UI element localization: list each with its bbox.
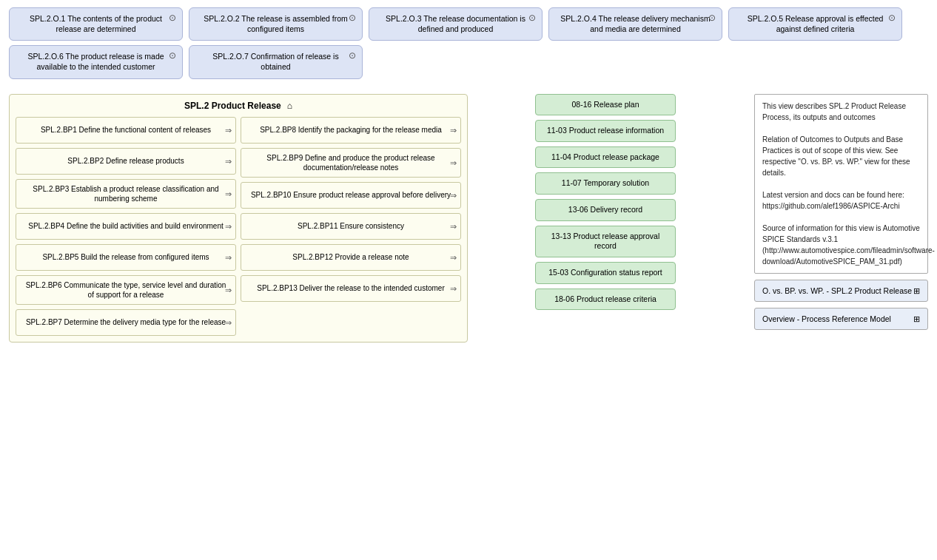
arrow-right-icon: ⇒ bbox=[450, 252, 457, 262]
bp-box-bp5: SPL.2.BP5 Build the release from configu… bbox=[16, 244, 236, 271]
arrow-right-icon: ⇒ bbox=[450, 157, 457, 167]
outcome-box-SPL.2.O.7: SPL.2.O.7 Confirmation of release is obt… bbox=[189, 45, 363, 78]
output-box-out6: 13-13 Product release approval record bbox=[535, 226, 676, 257]
bp-right-column: SPL.2.BP8 Identify the packaging for the… bbox=[241, 117, 461, 336]
top-outcomes-row1: SPL.2.O.1 The contents of the product re… bbox=[0, 0, 937, 45]
spl2-title-text: SPL.2 Product Release bbox=[184, 101, 281, 111]
bp-box-bp10: SPL.2.BP10 Ensure product release approv… bbox=[241, 182, 461, 209]
bp-text: SPL.2.BP3 Establish a product release cl… bbox=[22, 184, 229, 203]
outcome-box-SPL.2.O.4: SPL.2.O.4 The release delivery mechanism… bbox=[548, 7, 722, 41]
outcome-text: SPL.2.O.1 The contents of the product re… bbox=[30, 14, 162, 33]
bp-box-bp12: SPL.2.BP12 Provide a release note⇒ bbox=[241, 244, 461, 271]
bp-text: SPL.2.BP11 Ensure consistency bbox=[298, 221, 404, 231]
bp-box-bp8: SPL.2.BP8 Identify the packaging for the… bbox=[241, 117, 461, 144]
target-icon: ⊙ bbox=[169, 50, 176, 62]
target-icon: ⊙ bbox=[349, 13, 356, 24]
link-box-overview-prm[interactable]: Overview - Process Reference Model ⊞ bbox=[754, 308, 928, 330]
output-box-out5: 13-06 Delivery record bbox=[535, 199, 676, 221]
target-icon: ⊙ bbox=[528, 13, 536, 24]
bp-box-bp2: SPL.2.BP2 Define release products⇒ bbox=[16, 148, 236, 175]
outcome-box-SPL.2.O.1: SPL.2.O.1 The contents of the product re… bbox=[9, 7, 183, 41]
connector-svg bbox=[474, 94, 529, 343]
grid-icon-1: ⊞ bbox=[913, 286, 920, 295]
bp-text: SPL.2.BP7 Determine the delivery media t… bbox=[26, 317, 226, 327]
bp-text: SPL.2.BP5 Build the release from configu… bbox=[42, 252, 209, 262]
output-text: 13-06 Delivery record bbox=[568, 205, 642, 214]
target-icon: ⊙ bbox=[169, 13, 176, 24]
house-icon: ⌂ bbox=[287, 101, 292, 111]
main-area: SPL.2 Product Release ⌂ SPL.2.BP1 Define… bbox=[0, 87, 937, 350]
bp-text: SPL.2.BP8 Identify the packaging for the… bbox=[260, 125, 442, 135]
output-box-out3: 11-04 Product release package bbox=[535, 146, 676, 169]
target-icon: ⊙ bbox=[349, 50, 356, 62]
arrow-right-icon: ⇒ bbox=[450, 283, 457, 293]
spl2-container: SPL.2 Product Release ⌂ SPL.2.BP1 Define… bbox=[9, 94, 468, 343]
arrow-right-icon: ⇒ bbox=[450, 189, 457, 200]
output-box-out4: 11-07 Temporary solution bbox=[535, 172, 676, 195]
outcome-text: SPL.2.O.3 The release documentation is d… bbox=[386, 14, 525, 33]
output-text: 13-13 Product release approval record bbox=[551, 232, 660, 251]
info-panel: This view describes SPL.2 Product Releas… bbox=[754, 94, 928, 343]
bp-text: SPL.2.BP13 Deliver the release to the in… bbox=[257, 283, 444, 293]
output-box-out2: 11-03 Product release information bbox=[535, 120, 676, 142]
output-text: 15-03 Configuration status report bbox=[548, 268, 662, 277]
arrow-right-icon: ⇒ bbox=[225, 155, 232, 166]
outcome-box-SPL.2.O.6: SPL.2.O.6 The product release is made av… bbox=[9, 45, 183, 78]
bp-text: SPL.2.BP9 Define and produce the product… bbox=[247, 153, 454, 172]
grid-icon-2: ⊞ bbox=[913, 314, 920, 323]
arrow-right-icon: ⇒ bbox=[225, 220, 232, 231]
outcome-text: SPL.2.O.6 The product release is made av… bbox=[27, 52, 164, 71]
output-text: 08-16 Release plan bbox=[571, 100, 639, 109]
bp-text: SPL.2.BP4 Define the build activities an… bbox=[28, 221, 224, 231]
arrow-right-icon: ⇒ bbox=[225, 317, 232, 327]
outcome-text: SPL.2.O.4 The release delivery mechanism… bbox=[560, 14, 710, 33]
bp-text: SPL.2.BP2 Define release products bbox=[67, 156, 184, 166]
info-text: This view describes SPL.2 Product Releas… bbox=[762, 102, 935, 266]
output-text: 11-03 Product release information bbox=[547, 126, 664, 135]
arrow-right-icon: ⇒ bbox=[450, 220, 457, 231]
bp-box-bp3: SPL.2.BP3 Establish a product release cl… bbox=[16, 179, 236, 209]
arrow-right-icon: ⇒ bbox=[225, 252, 232, 262]
target-icon: ⊙ bbox=[708, 13, 716, 24]
bp-text: SPL.2.BP10 Ensure product release approv… bbox=[251, 190, 451, 200]
bp-box-bp7: SPL.2.BP7 Determine the delivery media t… bbox=[16, 309, 236, 336]
outcome-box-SPL.2.O.5: SPL.2.O.5 Release approval is effected a… bbox=[728, 7, 902, 41]
link-box-o-vs-bp[interactable]: O. vs. BP. vs. WP. - SPL.2 Product Relea… bbox=[754, 280, 928, 302]
bp-box-bp6: SPL.2.BP6 Communicate the type, service … bbox=[16, 275, 236, 305]
outputs-container: 08-16 Release plan11-03 Product release … bbox=[535, 94, 676, 343]
outcome-text: SPL.2.O.2 The release is assembled from … bbox=[204, 14, 348, 33]
connector-area bbox=[474, 94, 529, 343]
bp-text: SPL.2.BP12 Provide a release note bbox=[292, 252, 409, 262]
arrow-right-icon: ⇒ bbox=[225, 284, 232, 294]
output-text: 11-07 Temporary solution bbox=[562, 178, 649, 187]
output-box-out8: 18-06 Product release criteria bbox=[535, 289, 676, 311]
link-box-2-text: Overview - Process Reference Model bbox=[762, 314, 891, 323]
info-text-box: This view describes SPL.2 Product Releas… bbox=[754, 94, 928, 274]
bp-box-bp4: SPL.2.BP4 Define the build activities an… bbox=[16, 213, 236, 240]
bp-text: SPL.2.BP1 Define the functional content … bbox=[41, 125, 211, 135]
link-box-1-text: O. vs. BP. vs. WP. - SPL.2 Product Relea… bbox=[762, 286, 912, 295]
output-box-out7: 15-03 Configuration status report bbox=[535, 262, 676, 284]
bp-text: SPL.2.BP6 Communicate the type, service … bbox=[22, 280, 229, 300]
arrow-right-icon: ⇒ bbox=[225, 188, 232, 198]
target-icon: ⊙ bbox=[888, 13, 896, 24]
outcome-box-SPL.2.O.3: SPL.2.O.3 The release documentation is d… bbox=[369, 7, 543, 41]
arrow-right-icon: ⇒ bbox=[450, 124, 457, 135]
bp-left-column: SPL.2.BP1 Define the functional content … bbox=[16, 117, 236, 336]
output-text: 11-04 Product release package bbox=[551, 152, 659, 161]
bp-box-bp1: SPL.2.BP1 Define the functional content … bbox=[16, 117, 236, 144]
outcome-box-SPL.2.O.2: SPL.2.O.2 The release is assembled from … bbox=[189, 7, 363, 41]
bp-box-bp11: SPL.2.BP11 Ensure consistency⇒ bbox=[241, 213, 461, 240]
outcome-text: SPL.2.O.5 Release approval is effected a… bbox=[748, 14, 884, 33]
spl2-title: SPL.2 Product Release ⌂ bbox=[16, 101, 461, 111]
arrow-right-icon: ⇒ bbox=[225, 124, 232, 135]
bp-box-bp13: SPL.2.BP13 Deliver the release to the in… bbox=[241, 275, 461, 302]
outcome-text: SPL.2.O.7 Confirmation of release is obt… bbox=[212, 52, 338, 71]
output-box-out1: 08-16 Release plan bbox=[535, 94, 676, 116]
bp-box-bp9: SPL.2.BP9 Define and produce the product… bbox=[241, 148, 461, 178]
output-text: 18-06 Product release criteria bbox=[554, 294, 656, 303]
top-outcomes-row2: SPL.2.O.6 The product release is made av… bbox=[0, 45, 937, 86]
bp-grid: SPL.2.BP1 Define the functional content … bbox=[16, 117, 461, 336]
